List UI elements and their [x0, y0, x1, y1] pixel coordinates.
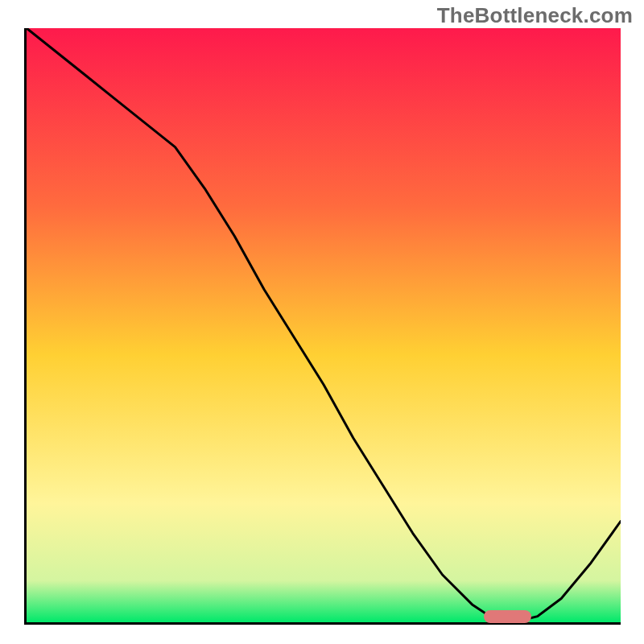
watermark-text: TheBottleneck.com: [437, 3, 633, 28]
chart-frame: TheBottleneck.com: [0, 0, 644, 644]
gradient-background: [27, 28, 621, 622]
plot-svg: [27, 28, 621, 622]
plot-axes: [24, 28, 621, 625]
optimal-range-marker: [484, 610, 531, 623]
